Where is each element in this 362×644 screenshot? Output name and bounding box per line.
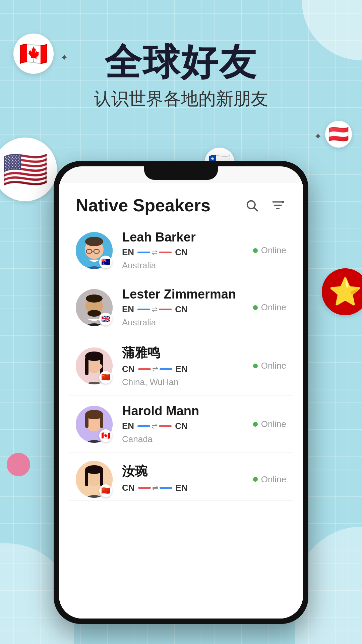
avatar-flag: 🇦🇺 <box>99 256 112 268</box>
phone-notch <box>144 166 218 180</box>
svg-rect-22 <box>85 357 88 375</box>
lang-arrow: ⇌ <box>138 484 172 492</box>
svg-line-1 <box>254 208 257 211</box>
lang-to: EN <box>176 364 188 374</box>
user-name: Lester Zimmerman <box>122 287 244 302</box>
lang-row: EN ⇌ CN <box>122 421 244 431</box>
online-dot <box>253 305 258 310</box>
svg-rect-36 <box>100 470 103 486</box>
user-name: Harold Mann <box>122 404 244 418</box>
sparkle-icon-2: ✦ <box>314 131 322 142</box>
user-info: Lester Zimmerman EN ⇌ CN Australia <box>122 287 244 328</box>
lang-arrow: ⇌ <box>137 248 172 257</box>
avatar-flag: 🇨🇳 <box>99 371 112 384</box>
exchange-icon: ⇌ <box>152 305 158 314</box>
exchange-icon: ⇌ <box>152 484 158 492</box>
lang-bar-red <box>159 252 172 253</box>
lang-arrow: ⇌ <box>137 305 172 314</box>
svg-point-16 <box>86 294 103 303</box>
lang-row: CN ⇌ EN <box>122 483 244 493</box>
user-item[interactable]: 🇨🇦 Harold Mann EN ⇌ C <box>69 396 293 453</box>
user-location: China, WuHan <box>122 377 244 387</box>
lang-from: EN <box>122 421 134 431</box>
lang-from: CN <box>122 483 135 493</box>
user-list: 🇦🇺 Leah Barker EN ⇌ C <box>59 222 303 501</box>
user-info: Harold Mann EN ⇌ CN Canada <box>122 404 244 444</box>
app-content: Native Speakers <box>59 183 303 619</box>
lang-to: CN <box>175 304 188 315</box>
status-label: Online <box>261 419 286 429</box>
avatar-wrap: 🇬🇧 <box>76 289 113 326</box>
lang-bar-blue <box>137 425 150 427</box>
pink-circle-decor <box>7 453 30 476</box>
svg-rect-30 <box>100 415 103 428</box>
lang-to: CN <box>175 421 188 431</box>
avatar-flag: 🇬🇧 <box>99 313 112 325</box>
user-name: 蒲雅鸣 <box>122 344 244 361</box>
phone-frame: Native Speakers <box>54 161 308 624</box>
exchange-icon: ⇌ <box>152 365 158 374</box>
app-title: Native Speakers <box>76 195 210 215</box>
online-status: Online <box>253 474 286 485</box>
status-label: Online <box>261 361 286 371</box>
user-location: Australia <box>122 317 244 328</box>
avatar-flag: 🇨🇦 <box>99 429 112 442</box>
lang-bar-red <box>138 487 151 489</box>
user-name: Leah Barker <box>122 230 244 245</box>
lang-row: CN ⇌ EN <box>122 364 244 374</box>
phone-screen: Native Speakers <box>59 166 303 619</box>
user-item[interactable]: 🇬🇧 Lester Zimmerman EN ⇌ <box>69 279 293 336</box>
lang-bar-blue <box>137 252 150 253</box>
online-status: Online <box>253 302 286 313</box>
exchange-icon: ⇌ <box>152 422 158 431</box>
header-icons <box>243 197 286 214</box>
online-status: Online <box>253 361 286 371</box>
lang-bar-blue <box>160 368 172 370</box>
lang-row: EN ⇌ CN <box>122 247 244 258</box>
online-dot <box>253 477 258 482</box>
lang-arrow: ⇌ <box>138 365 172 374</box>
exchange-icon: ⇌ <box>152 248 158 257</box>
lang-arrow: ⇌ <box>137 422 172 431</box>
avatar-wrap: 🇨🇳 <box>76 347 113 384</box>
user-info: 蒲雅鸣 CN ⇌ EN China, WuHan <box>122 344 244 387</box>
avatar-wrap: 🇨🇦 <box>76 406 113 443</box>
lang-from: EN <box>122 304 134 315</box>
online-dot <box>253 364 258 368</box>
online-dot <box>253 248 258 253</box>
avatar-wrap: 🇨🇳 <box>76 461 113 498</box>
user-name: 汝琬 <box>122 463 244 480</box>
lang-bar-red <box>159 309 172 310</box>
user-location: Canada <box>122 434 244 444</box>
flag-austria: 🇦🇹 <box>325 121 352 148</box>
search-icon[interactable] <box>243 197 260 214</box>
user-info: 汝琬 CN ⇌ EN <box>122 463 244 496</box>
svg-rect-35 <box>85 470 88 486</box>
user-item[interactable]: 🇨🇳 蒲雅鸣 CN ⇌ EN <box>69 336 293 396</box>
lang-to: EN <box>176 483 188 493</box>
phone-container: Native Speakers <box>54 161 362 644</box>
avatar-flag: 🇨🇳 <box>99 484 112 497</box>
svg-point-5 <box>282 201 284 203</box>
user-item[interactable]: 🇨🇳 汝琬 CN ⇌ EN <box>69 453 293 501</box>
user-info: Leah Barker EN ⇌ CN Australia <box>122 230 244 271</box>
filter-icon[interactable] <box>269 197 286 214</box>
app-header: Native Speakers <box>59 183 303 222</box>
svg-rect-29 <box>85 415 88 428</box>
svg-point-9 <box>85 237 103 246</box>
lang-bar-red <box>138 368 151 370</box>
svg-point-17 <box>87 310 101 317</box>
lang-bar-blue <box>160 487 172 489</box>
status-label: Online <box>261 245 286 256</box>
lang-bar-red <box>159 425 172 427</box>
online-dot <box>253 422 258 427</box>
lang-row: EN ⇌ CN <box>122 304 244 315</box>
subtitle: 认识世界各地的新朋友 <box>0 87 362 111</box>
main-title: 全球好友 <box>0 44 362 80</box>
status-label: Online <box>261 474 286 485</box>
status-label: Online <box>261 302 286 313</box>
online-status: Online <box>253 419 286 429</box>
avatar-wrap: 🇦🇺 <box>76 232 113 269</box>
lang-from: EN <box>122 247 134 258</box>
user-item[interactable]: 🇦🇺 Leah Barker EN ⇌ C <box>69 222 293 279</box>
